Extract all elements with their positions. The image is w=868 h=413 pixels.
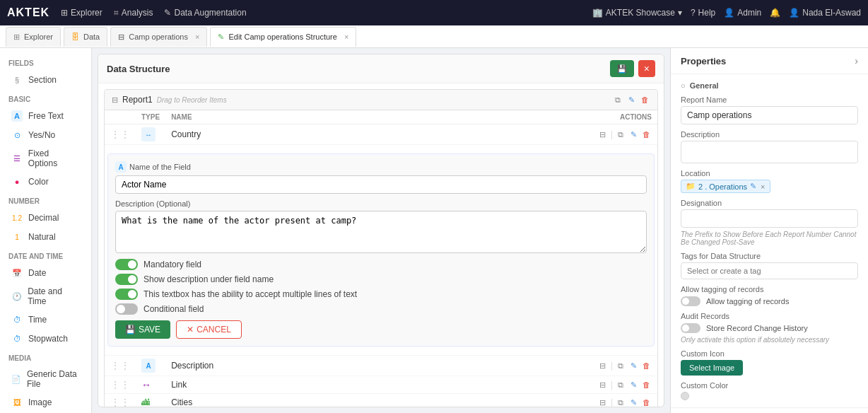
- edit-icon[interactable]: ✎: [628, 129, 639, 140]
- tab-close-camp[interactable]: ×: [195, 33, 199, 41]
- data-table-section[interactable]: ⊟ Data Table ›: [671, 408, 868, 413]
- sidebar-item-generic-file[interactable]: 📄 Generic Data File: [3, 366, 88, 392]
- type-badge: ↔: [141, 127, 156, 141]
- sidebar-item-datetime[interactable]: 🕐 Date and Time: [3, 283, 88, 310]
- drag-handle[interactable]: ⋮⋮: [110, 360, 130, 371]
- description-label: Description (Optional): [115, 199, 647, 208]
- tags-input[interactable]: [681, 262, 858, 279]
- remove-location-icon[interactable]: ×: [761, 182, 765, 191]
- top-nav: AKTEK ⊞ Explorer ⌗ Analysis ✎ Data Augme…: [0, 0, 868, 25]
- showcase-button[interactable]: 🏢 AKTEK Showcase ▾: [592, 8, 682, 18]
- sidebar-item-yes-no[interactable]: ⊙ Yes/No: [3, 126, 88, 144]
- report-name-input[interactable]: [681, 106, 858, 124]
- row-actions: ⊟ | ⧉ ✎ 🗑: [592, 129, 652, 140]
- save-button[interactable]: 💾 SAVE: [115, 320, 170, 339]
- tab-edit-structure[interactable]: ✎ Edit Camp operations Structure ×: [210, 27, 356, 47]
- sidebar-item-date[interactable]: 📅 Date: [3, 264, 88, 282]
- tags-label: Tags for Data Structure: [681, 252, 858, 260]
- edit-location-icon[interactable]: ✎: [750, 182, 756, 191]
- tab-close-edit[interactable]: ×: [344, 33, 348, 41]
- mandatory-toggle[interactable]: [115, 259, 138, 270]
- nav-explorer[interactable]: ⊞ Explorer: [61, 8, 102, 18]
- conditional-toggle[interactable]: [115, 303, 138, 315]
- report-delete-icon[interactable]: 🗑: [639, 94, 650, 105]
- report-copy-icon[interactable]: ⧉: [612, 94, 623, 105]
- delete-icon[interactable]: 🗑: [640, 379, 652, 390]
- nav-analysis[interactable]: ⌗ Analysis: [114, 8, 153, 18]
- sidebar-item-image[interactable]: 🖼 Image: [3, 393, 88, 412]
- delete-icon[interactable]: 🗑: [640, 129, 652, 140]
- drag-handle[interactable]: ⋮⋮: [110, 397, 130, 407]
- edit-form-row: A Name of the Field Description (Optiona…: [105, 145, 657, 356]
- grid-small-icon: ⊞: [13, 33, 20, 42]
- sidebar-item-color[interactable]: ● Color: [3, 173, 88, 191]
- designation-input[interactable]: [681, 209, 858, 228]
- ds-close-button[interactable]: ×: [638, 60, 655, 77]
- color-picker[interactable]: [681, 392, 689, 400]
- collapse-icon[interactable]: ›: [855, 55, 858, 66]
- audit-label: Audit Records: [681, 312, 858, 320]
- sidebar-item-time[interactable]: ⏱ Time: [3, 310, 88, 329]
- datetime-icon: 🕐: [11, 291, 22, 302]
- show-desc-toggle[interactable]: [115, 274, 138, 285]
- description-input[interactable]: What is the name of the actor present at…: [115, 211, 647, 253]
- delete-icon[interactable]: 🗑: [640, 360, 652, 371]
- general-section: ○ General Report Name Description Locati…: [671, 74, 868, 408]
- field-name-label: A Name of the Field: [115, 161, 647, 173]
- table-row: ⋮⋮ ↔ Link ⊟ | ⧉ ✎ 🗑: [105, 376, 657, 394]
- sidebar-item-fixed-options[interactable]: ☰ Fixed Options: [3, 145, 88, 172]
- admin-button[interactable]: 👤 Admin: [724, 8, 761, 18]
- sidebar-item-section[interactable]: § Section: [3, 71, 88, 89]
- field-name-input[interactable]: [115, 175, 647, 194]
- grid-icon[interactable]: ⊟: [597, 397, 609, 407]
- field-name: Description: [165, 356, 587, 376]
- field-name: Country: [165, 124, 587, 145]
- description-input[interactable]: [681, 141, 858, 163]
- copy-icon[interactable]: ⧉: [615, 129, 626, 140]
- edit-icon[interactable]: ✎: [628, 360, 639, 371]
- sidebar-item-stopwatch[interactable]: ⏱ Stopwatch: [3, 330, 88, 348]
- ds-save-button[interactable]: 💾: [610, 60, 634, 77]
- grid-icon[interactable]: ⊟: [597, 360, 609, 371]
- allow-tagging-label: Allow tagging of records: [681, 285, 858, 293]
- report-name-label: Report Name: [681, 95, 858, 104]
- cancel-button[interactable]: ✕ CANCEL: [176, 320, 242, 339]
- dropdown-icon: ▾: [678, 8, 682, 18]
- sidebar-item-free-text[interactable]: A Free Text: [3, 107, 88, 125]
- location-tag: 📁 2 . Operations ✎ ×: [681, 180, 770, 193]
- sidebar-item-decimal[interactable]: 1.2 Decimal: [3, 209, 88, 227]
- sidebar-section-number: Number: [0, 192, 91, 208]
- select-image-button[interactable]: Select Image: [681, 360, 743, 376]
- delete-icon[interactable]: 🗑: [640, 397, 652, 407]
- options-icon: ☰: [11, 153, 23, 164]
- report-section: ⊟ Report1 Drag to Reorder Items ⧉ ✎ 🗑: [104, 89, 658, 407]
- grid-icon[interactable]: ⊟: [597, 379, 609, 390]
- type-badge: ↔: [141, 379, 160, 390]
- tab-bar: ⊞ Explorer 🗄 Data ⊟ Camp operations × ✎ …: [0, 25, 868, 48]
- tab-explorer[interactable]: ⊞ Explorer: [6, 27, 61, 47]
- user-menu[interactable]: 👤 Nada El-Aswad: [789, 8, 861, 18]
- decimal-icon: 1.2: [11, 212, 23, 223]
- edit-icon[interactable]: ✎: [628, 397, 639, 407]
- multiline-toggle[interactable]: [115, 289, 138, 300]
- copy-icon[interactable]: ⧉: [615, 397, 626, 407]
- help-button[interactable]: ? Help: [691, 8, 715, 18]
- tab-data[interactable]: 🗄 Data: [64, 27, 107, 47]
- drag-handle[interactable]: ⋮⋮: [110, 379, 130, 390]
- allow-tagging-toggle[interactable]: [681, 296, 700, 306]
- nav-data-augmentation[interactable]: ✎ Data Augmentation: [164, 8, 246, 18]
- type-badge: 🏙: [141, 397, 160, 407]
- data-structure-header: Data Structure 💾 ×: [98, 54, 664, 83]
- edit-icon[interactable]: ✎: [628, 379, 639, 390]
- audit-toggle[interactable]: [681, 323, 700, 333]
- tab-camp-operations[interactable]: ⊟ Camp operations ×: [110, 27, 207, 47]
- drag-handle[interactable]: ⋮⋮: [110, 129, 130, 140]
- copy-icon[interactable]: ⧉: [615, 360, 626, 371]
- grid-icon[interactable]: ⊟: [597, 129, 609, 140]
- notification-icon[interactable]: 🔔: [770, 8, 780, 18]
- copy-icon[interactable]: ⧉: [615, 379, 626, 390]
- report-edit-icon[interactable]: ✎: [626, 94, 637, 105]
- sidebar-item-natural[interactable]: 1 Natural: [3, 228, 88, 246]
- row-actions: ⊟ | ⧉ ✎ 🗑: [592, 397, 652, 407]
- form-buttons: 💾 SAVE ✕ CANCEL: [115, 320, 647, 339]
